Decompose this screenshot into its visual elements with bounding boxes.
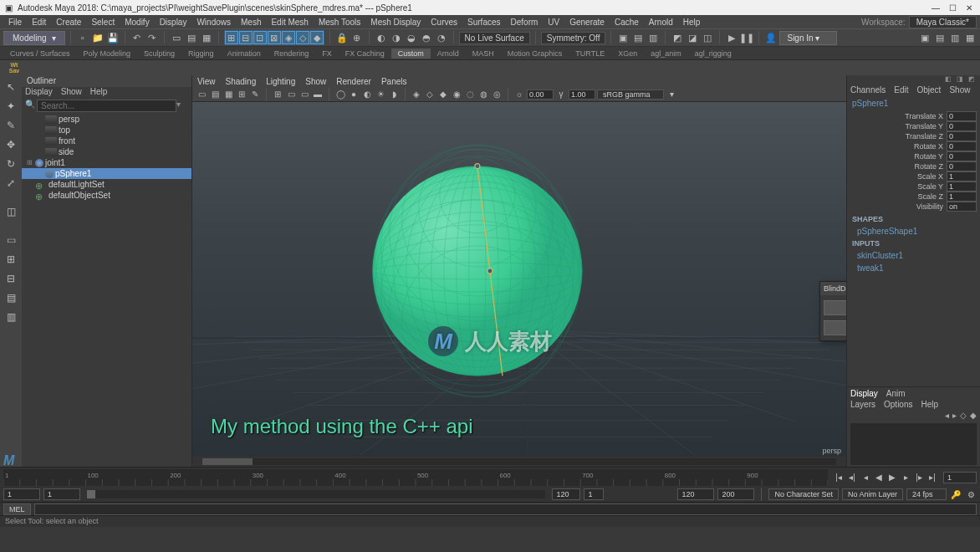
vp-menu-renderer[interactable]: Renderer xyxy=(336,77,371,86)
snap-proj-icon[interactable]: ◆ xyxy=(310,31,324,44)
step-back-key-icon[interactable]: ◂| xyxy=(846,472,858,483)
play-icon[interactable]: ▶ xyxy=(725,31,738,44)
vp-exposure-value[interactable] xyxy=(527,89,554,100)
layer-menu-options[interactable]: Options xyxy=(884,400,912,409)
menu-edit[interactable]: Edit xyxy=(27,18,51,27)
paint-tool-icon[interactable]: ✎ xyxy=(3,117,19,134)
cb-tab-edit[interactable]: Edit xyxy=(894,85,908,97)
history2-icon[interactable]: ◑ xyxy=(390,31,403,44)
vp-menu-show[interactable]: Show xyxy=(305,77,326,86)
cb-input-tweak[interactable]: tweak1 xyxy=(847,262,980,274)
vp-colorspace-dropdown[interactable]: sRGB gamma xyxy=(597,89,664,100)
layer-tab-display[interactable]: Display xyxy=(850,389,878,398)
cb-tab-object[interactable]: Object xyxy=(917,85,942,97)
outliner-item-persp[interactable]: persp xyxy=(22,114,191,125)
vp-wireframe-icon[interactable]: ◯ xyxy=(334,89,346,100)
cb-object-name[interactable]: pSphere1 xyxy=(847,97,980,110)
range-end-in[interactable] xyxy=(677,488,714,500)
shelf-btn-wtsav[interactable]: WtSav xyxy=(3,62,25,74)
vp-res-gate-icon[interactable]: ▭ xyxy=(299,89,310,100)
live-surface-dropdown[interactable]: No Live Surface xyxy=(459,32,530,44)
vp-exposure-icon[interactable]: ☼ xyxy=(513,89,525,100)
history-icon[interactable]: ◐ xyxy=(375,31,388,44)
attr-value[interactable]: 0 xyxy=(947,111,977,121)
shelf-tab-mograph[interactable]: Motion Graphics xyxy=(501,49,569,59)
cb-shape-item[interactable]: pSphereShape1 xyxy=(847,225,980,238)
layout-four-icon[interactable]: ⊞ xyxy=(3,251,19,268)
outliner-item-defaultLightSet[interactable]: defaultLightSet xyxy=(22,179,191,190)
current-frame-input[interactable] xyxy=(943,472,977,483)
outliner-menu-help[interactable]: Help xyxy=(90,87,108,99)
cb-tab-channels[interactable]: Channels xyxy=(850,85,886,97)
select-comp-icon[interactable]: ▦ xyxy=(200,31,213,44)
autokey-icon[interactable]: 🔑 xyxy=(950,488,962,500)
cb-icon-2[interactable]: ◨ xyxy=(957,75,965,84)
character-set-dropdown[interactable]: No Character Set xyxy=(768,488,839,500)
vp-textured-icon[interactable]: ◐ xyxy=(361,89,373,100)
panel-icon-4[interactable]: ▦ xyxy=(963,31,977,44)
shelf-tab-rigging[interactable]: Rigging xyxy=(181,49,221,59)
menu-generate[interactable]: Generate xyxy=(564,18,610,27)
attr-value[interactable]: 0 xyxy=(947,151,977,161)
shelf-tab-render[interactable]: Rendering xyxy=(268,49,316,59)
history4-icon[interactable]: ◓ xyxy=(420,31,433,44)
history3-icon[interactable]: ◒ xyxy=(405,31,418,44)
layout-single-icon[interactable]: ▭ xyxy=(3,232,19,248)
shelf-tab-fxcache[interactable]: FX Caching xyxy=(339,49,391,59)
dialog-load-button[interactable]: Load xyxy=(824,320,846,335)
panel-icon-2[interactable]: ▤ xyxy=(933,31,947,44)
shelf-tab-sculpt[interactable]: Sculpting xyxy=(137,49,181,59)
play-fwd-icon[interactable]: ▶ xyxy=(886,472,898,483)
vp-grid-icon[interactable]: ⊞ xyxy=(272,89,283,100)
minimize-button[interactable]: — xyxy=(930,2,942,13)
history5-icon[interactable]: ◔ xyxy=(435,31,448,44)
shelf-tab-mash[interactable]: MASH xyxy=(466,49,501,59)
vp-bookmark-icon[interactable]: ▤ xyxy=(209,89,221,100)
attr-value[interactable]: on xyxy=(947,202,977,212)
rotate-tool-icon[interactable]: ↻ xyxy=(3,156,19,172)
layout-two-icon[interactable]: ⊟ xyxy=(3,270,19,287)
select-hier-icon[interactable]: ▤ xyxy=(185,31,198,44)
menu-curves[interactable]: Curves xyxy=(426,18,462,27)
toggle-panel3-icon[interactable]: ◫ xyxy=(701,31,714,44)
outliner-menu-display[interactable]: Display xyxy=(25,87,53,99)
signin-button[interactable]: Sign In ▾ xyxy=(779,31,837,45)
vp-menu-panels[interactable]: Panels xyxy=(381,77,407,86)
vp-film-gate-icon[interactable]: ▭ xyxy=(285,89,297,100)
ipr-icon[interactable]: ▤ xyxy=(631,31,645,44)
open-scene-icon[interactable]: 📁 xyxy=(91,31,105,44)
vp-gamma-value[interactable] xyxy=(569,89,595,100)
menu-deform[interactable]: Deform xyxy=(506,18,544,27)
lasso-tool-icon[interactable]: ✦ xyxy=(3,98,19,115)
vp-menu-lighting[interactable]: Lighting xyxy=(266,77,295,86)
vp-isolate-icon[interactable]: ◈ xyxy=(411,89,422,100)
shelf-tab-aglanim[interactable]: agl_anim xyxy=(644,49,688,59)
snap-view-icon[interactable]: ◇ xyxy=(296,31,309,44)
outliner-item-top[interactable]: top xyxy=(22,125,191,135)
magnet-icon[interactable]: ⊕ xyxy=(350,31,364,44)
menu-windows[interactable]: Windows xyxy=(191,18,236,27)
viewport-hscroll[interactable] xyxy=(192,457,846,467)
vp-shadows-icon[interactable]: ◗ xyxy=(388,89,400,100)
undo-icon[interactable]: ↶ xyxy=(130,31,144,44)
panel-icon-3[interactable]: ▥ xyxy=(948,31,962,44)
cmd-lang-label[interactable]: MEL xyxy=(3,503,31,515)
select-tool-icon[interactable]: ↖ xyxy=(3,79,19,95)
modeling-mode-dropdown[interactable]: Modeling ▾ xyxy=(3,31,65,45)
pause-icon[interactable]: ❚❚ xyxy=(740,31,753,44)
vp-ao-icon[interactable]: ◉ xyxy=(451,89,462,100)
redo-icon[interactable]: ↷ xyxy=(145,31,159,44)
layout-persp-icon[interactable]: ▥ xyxy=(3,309,19,325)
range-end-out[interactable] xyxy=(717,488,754,500)
last-tool-icon[interactable]: ◫ xyxy=(3,203,19,220)
snap-grid-icon[interactable]: ⊞ xyxy=(225,31,238,44)
cmd-input[interactable] xyxy=(34,503,977,515)
range-slider-track[interactable] xyxy=(87,490,545,498)
menu-help[interactable]: Help xyxy=(678,18,706,27)
shelf-tab-poly[interactable]: Poly Modeling xyxy=(77,49,138,59)
menu-mesh[interactable]: Mesh xyxy=(236,18,266,27)
step-back-icon[interactable]: ◂ xyxy=(860,472,871,483)
snap-point-icon[interactable]: ⊡ xyxy=(253,31,267,44)
range-start-out[interactable] xyxy=(3,488,40,500)
outliner-menu-show[interactable]: Show xyxy=(61,87,82,99)
